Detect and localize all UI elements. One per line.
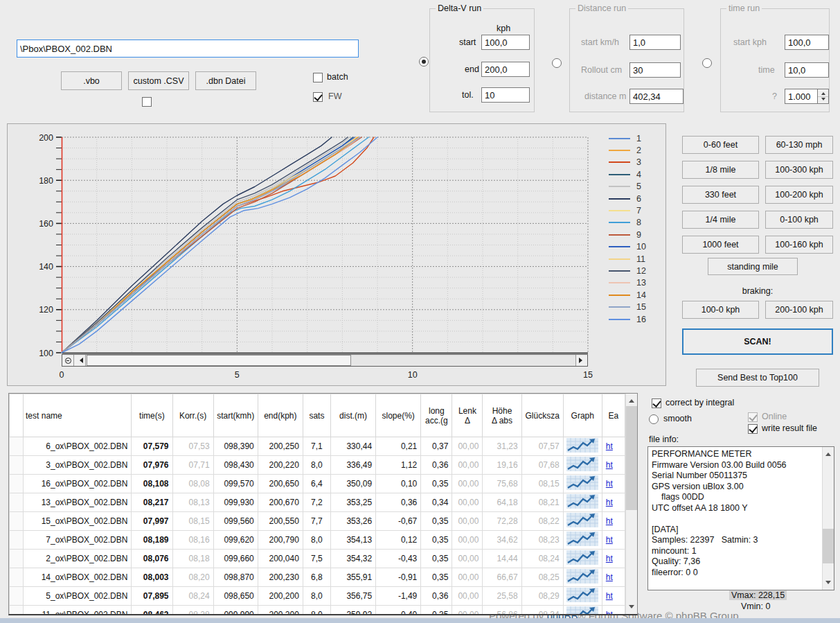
scan-button[interactable]: SCAN! xyxy=(682,328,833,355)
graph-icon[interactable] xyxy=(566,588,598,602)
result-link[interactable]: ht xyxy=(606,441,613,451)
custom-csv-button[interactable]: custom .CSV xyxy=(128,71,189,90)
spin-down-icon[interactable] xyxy=(818,97,828,104)
col-header-slope[interactable]: slope(%) xyxy=(376,394,421,437)
330-feet-button[interactable]: 330 feet xyxy=(682,186,759,204)
distance-m-input[interactable] xyxy=(629,89,683,104)
result-link[interactable]: ht xyxy=(606,535,613,545)
col-header-glueckszahl[interactable]: Glücksza xyxy=(521,394,563,437)
graph-icon[interactable] xyxy=(566,550,598,565)
result-link[interactable]: ht xyxy=(606,479,613,489)
scroll-up-button[interactable] xyxy=(823,447,834,459)
cell-graph[interactable] xyxy=(563,512,602,531)
scrollbar-thumb[interactable] xyxy=(823,529,834,563)
result-link[interactable]: ht xyxy=(606,572,613,582)
file-info-scrollbar[interactable] xyxy=(822,447,834,590)
cell-graph[interactable] xyxy=(563,456,602,475)
cell-graph[interactable] xyxy=(563,531,602,550)
chart-scrollbar[interactable] xyxy=(62,354,588,367)
col-header-graph[interactable]: Graph xyxy=(563,394,602,437)
col-header-long_acc[interactable]: long acc.(g xyxy=(421,394,452,437)
col-header-hoehe[interactable]: Höhe Δ abs xyxy=(483,394,521,437)
graph-icon[interactable] xyxy=(566,569,598,583)
col-header-dist[interactable]: dist.(m) xyxy=(330,394,375,437)
scroll-right-button[interactable] xyxy=(575,355,587,366)
rollout-input[interactable] xyxy=(629,62,681,78)
result-link[interactable]: ht xyxy=(606,516,613,526)
vbo-button[interactable]: .vbo xyxy=(61,71,122,90)
col-header-korr[interactable]: Korr.(s) xyxy=(172,394,213,437)
delta-start-input[interactable] xyxy=(481,35,530,50)
delta-tol-input[interactable] xyxy=(481,87,530,103)
send-best-to-top100-button[interactable]: Send Best to Top100 xyxy=(696,369,819,387)
col-header-test_name[interactable]: test name xyxy=(24,394,132,437)
graph-icon[interactable] xyxy=(566,606,598,615)
1-8-mile-button[interactable]: 1/8 mile xyxy=(682,161,759,179)
scroll-down-button[interactable] xyxy=(823,578,834,590)
table-row[interactable]: 14_ox\PBOX_002.DBN08,00308,20098,870200,… xyxy=(10,568,625,587)
cell-graph[interactable] xyxy=(563,437,602,456)
table-row[interactable]: 16_ox\PBOX_002.DBN08,10808,08099,570200,… xyxy=(10,475,625,493)
standing-mile-button[interactable]: standing mile xyxy=(708,258,798,275)
batch-checkbox[interactable] xyxy=(313,73,323,82)
0-100-kph-button[interactable]: 0-100 kph xyxy=(765,211,833,229)
smooth-radio[interactable] xyxy=(649,414,659,424)
table-row[interactable]: 7_ox\PBOX_002.DBN08,18908,16099,620200,7… xyxy=(10,531,625,550)
speed-chart[interactable]: 100120140160180200051015 xyxy=(8,124,665,385)
fw-checkbox[interactable] xyxy=(313,92,323,102)
result-link[interactable]: ht xyxy=(606,610,613,615)
delta-end-input[interactable] xyxy=(481,62,530,77)
graph-icon[interactable] xyxy=(566,475,598,490)
table-row[interactable]: 11_ox\PBOX_002.DBN08,46208,28099,990200,… xyxy=(10,606,625,616)
time-run-radio[interactable] xyxy=(702,58,712,68)
correct-by-integral-checkbox[interactable] xyxy=(652,398,661,408)
cell-graph[interactable] xyxy=(563,606,602,616)
cell-graph[interactable] xyxy=(563,568,602,587)
graph-icon[interactable] xyxy=(566,513,598,527)
cell-graph[interactable] xyxy=(563,587,602,606)
cell-graph[interactable] xyxy=(563,475,602,493)
0-60-feet-button[interactable]: 0-60 feet xyxy=(682,136,759,154)
graph-icon[interactable] xyxy=(566,532,598,546)
scroll-up-button[interactable] xyxy=(626,394,637,405)
online-checkbox[interactable] xyxy=(748,412,758,422)
distance-start-input[interactable] xyxy=(629,35,681,50)
result-link[interactable]: ht xyxy=(606,554,613,563)
table-row[interactable]: 2_ox\PBOX_002.DBN08,07608,18099,660200,0… xyxy=(10,550,625,568)
table-row[interactable]: 13_ox\PBOX_002.DBN08,21708,13099,930200,… xyxy=(10,493,625,512)
100-200-kph-button[interactable]: 100-200 kph xyxy=(765,186,833,204)
1000-feet-button[interactable]: 1000 feet xyxy=(682,236,759,254)
write-result-file-checkbox[interactable] xyxy=(748,424,758,434)
spin-up-icon[interactable] xyxy=(818,89,828,97)
60-130-mph-button[interactable]: 60-130 mph xyxy=(765,136,833,154)
table-row[interactable]: 15_ox\PBOX_002.DBN07,99708,15099,560200,… xyxy=(10,512,625,531)
time-input[interactable] xyxy=(785,62,829,78)
col-header-end[interactable]: end(kph) xyxy=(258,394,303,437)
scroll-down-button[interactable] xyxy=(626,602,637,614)
extra-checkbox[interactable] xyxy=(142,97,152,107)
table-row[interactable]: 6_ox\PBOX_002.DBN07,57907,53098,390200,2… xyxy=(10,437,625,456)
col-header-start[interactable]: start(kmh) xyxy=(213,394,258,437)
200-100-kph-button[interactable]: 200-100 kph xyxy=(765,301,833,319)
table-row[interactable]: 5_ox\PBOX_002.DBN07,89508,24098,650200,2… xyxy=(10,587,625,606)
time-start-input[interactable] xyxy=(785,35,829,50)
delta-v-radio[interactable] xyxy=(419,57,429,67)
table-scrollbar[interactable] xyxy=(625,394,637,614)
result-link[interactable]: ht xyxy=(606,591,613,601)
scrollbar-thumb[interactable] xyxy=(626,406,637,510)
table-row[interactable]: 3_ox\PBOX_002.DBN07,97607,71098,430200,2… xyxy=(10,456,625,475)
result-link[interactable]: ht xyxy=(606,498,613,507)
q-input[interactable] xyxy=(785,89,818,104)
file-info-box[interactable]: PERFORMANCE METER Firmware Version 03.00… xyxy=(647,446,834,590)
result-link[interactable]: ht xyxy=(606,460,613,470)
scrollbar-thumb[interactable] xyxy=(87,355,351,366)
cell-graph[interactable] xyxy=(563,550,602,568)
col-header-sats[interactable]: sats xyxy=(303,394,330,437)
scroll-left-button[interactable] xyxy=(74,355,86,366)
col-header-rowhdr[interactable] xyxy=(10,394,24,437)
graph-icon[interactable] xyxy=(566,457,598,471)
100-300-kph-button[interactable]: 100-300 kph xyxy=(765,161,833,179)
q-spinner[interactable] xyxy=(785,89,829,104)
dbn-datei-button[interactable]: .dbn Datei xyxy=(195,71,256,90)
distance-run-radio[interactable] xyxy=(552,58,562,68)
